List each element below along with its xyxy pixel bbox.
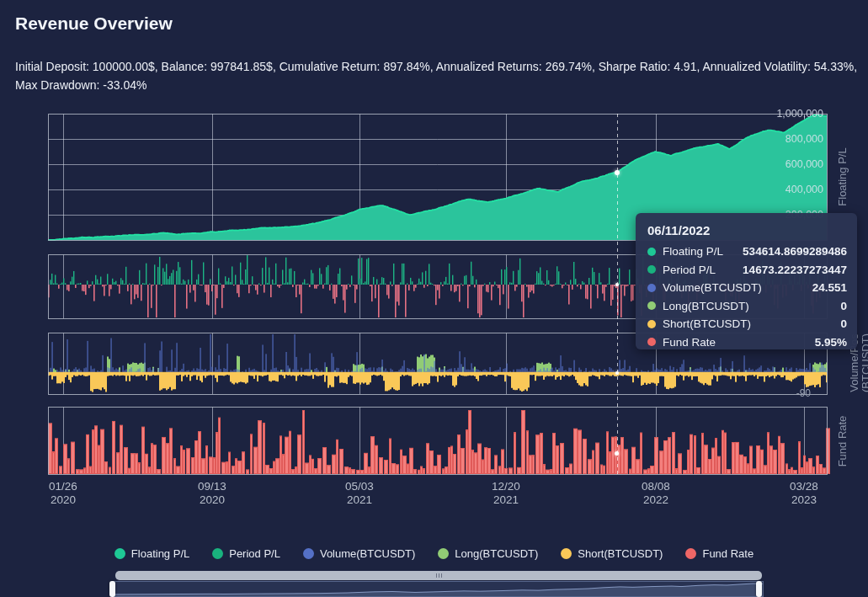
legend-item-period-pl[interactable]: Period P/L	[212, 547, 280, 560]
series-dot-icon	[647, 301, 656, 310]
axis-name-floating-pl: Floating P/L	[837, 147, 849, 205]
datazoom-right-handle[interactable]	[756, 581, 762, 597]
datazoom-left-handle[interactable]	[109, 581, 115, 597]
ytick-minus90: -90	[796, 387, 811, 399]
xtick-1: 09/132020	[183, 480, 242, 507]
scrollbar-grip-icon	[439, 573, 439, 578]
legend-item-floating-pl[interactable]: Floating P/L	[114, 547, 189, 560]
crosshair-marker-volume	[615, 371, 619, 375]
legend-dot-icon	[212, 548, 223, 559]
series-dot-icon	[647, 248, 656, 256]
chart-legend: Floating P/L Period P/L Volume(BTCUSDT) …	[0, 547, 868, 560]
tooltip-crosshair-line	[617, 114, 618, 474]
ytick-800000: 800,000	[785, 133, 823, 145]
xtick-5: 03/282023	[775, 480, 833, 507]
summary-stats: Initial Deposit: 100000.00$, Balance: 99…	[15, 57, 860, 94]
tooltip-date: 06/11/2022	[647, 223, 847, 237]
series-dot-icon	[647, 265, 656, 274]
datazoom-slider[interactable]	[112, 581, 764, 597]
legend-dot-icon	[561, 548, 572, 559]
tooltip-row-floating-pl: Floating P/L 534614.8699289486	[646, 243, 847, 261]
tooltip-row-short: Short(BTCUSDT) 0	[646, 315, 847, 333]
legend-item-short[interactable]: Short(BTCUSDT)	[561, 547, 663, 560]
page-title: Revenue Overview	[15, 13, 173, 34]
tooltip-row-long: Long(BTCUSDT) 0	[646, 297, 847, 316]
chart-tooltip: 06/11/2022 Floating P/L 534614.869928948…	[636, 213, 857, 349]
axis-name-fund-rate: Fund Rate	[837, 416, 849, 467]
legend-item-long[interactable]: Long(BTCUSDT)	[438, 547, 538, 560]
scrollbar-grip-icon	[436, 573, 437, 578]
crosshair-marker-period	[615, 283, 619, 286]
crosshair-marker-fundrate	[615, 451, 619, 456]
tooltip-row-fund-rate: Fund Rate 5.95%	[646, 333, 847, 352]
crosshair-marker-floating	[615, 170, 620, 175]
ytick-1000000: 1,000,000	[776, 108, 823, 120]
legend-dot-icon	[685, 548, 696, 559]
legend-item-volume[interactable]: Volume(BTCUSDT)	[303, 547, 415, 560]
series-dot-icon	[647, 320, 656, 328]
series-dot-icon	[647, 338, 656, 346]
xtick-3: 12/202021	[477, 480, 535, 507]
legend-dot-icon	[303, 548, 314, 559]
revenue-overview-page: Revenue Overview Initial Deposit: 100000…	[0, 0, 868, 597]
xtick-2: 05/032021	[330, 480, 389, 507]
legend-dot-icon	[114, 548, 125, 559]
legend-item-fund-rate[interactable]: Fund Rate	[685, 547, 754, 560]
ytick-400000: 400,000	[785, 184, 823, 195]
legend-dot-icon	[438, 548, 449, 559]
xtick-0: 01/262020	[34, 480, 93, 507]
scrollbar-grip-icon	[441, 573, 442, 578]
tooltip-row-period-pl: Period P/L 14673.22237273447	[646, 261, 847, 280]
ytick-600000: 600,000	[785, 158, 823, 170]
tooltip-row-volume: Volume(BTCUSDT) 24.551	[646, 279, 847, 297]
xtick-4: 08/082022	[626, 480, 685, 507]
series-dot-icon	[647, 284, 656, 292]
horizontal-scrollbar[interactable]	[115, 571, 762, 580]
